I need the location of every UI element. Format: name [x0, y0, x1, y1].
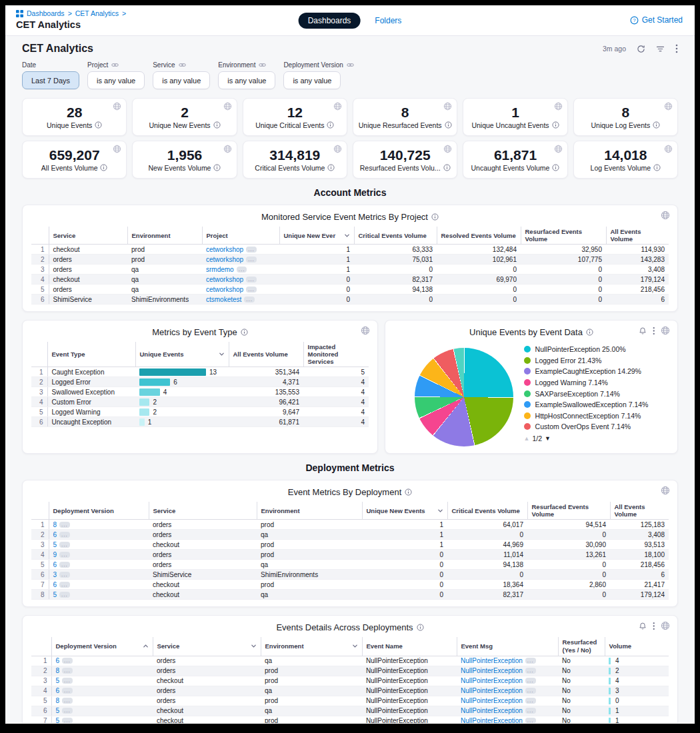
column-header-all-events-volume[interactable]: All Events Volume: [610, 502, 669, 520]
filter-value-chip[interactable]: Last 7 Days: [22, 71, 79, 89]
cell-link[interactable]: ctsmoketest: [206, 296, 241, 303]
column-header-critical-events-volume[interactable]: Critical Events Volume: [447, 502, 527, 520]
info-icon[interactable]: [327, 121, 334, 129]
cell-link[interactable]: 6: [56, 687, 60, 694]
info-icon[interactable]: [586, 329, 593, 336]
cell-link[interactable]: cetworkshop: [206, 276, 243, 283]
cell-link[interactable]: 6: [53, 581, 57, 588]
info-icon[interactable]: [552, 121, 559, 129]
bell-icon[interactable]: [639, 327, 647, 335]
cell-link[interactable]: cetworkshop: [206, 256, 243, 263]
column-header-all-events-volume[interactable]: All Events Volume: [606, 227, 669, 245]
sort-down-icon[interactable]: [437, 508, 443, 514]
info-icon[interactable]: [213, 121, 221, 129]
cell-link[interactable]: cetworkshop: [206, 246, 243, 253]
breadcrumb-dashboards[interactable]: Dashboards: [27, 9, 65, 17]
cell-link[interactable]: srmdemo: [206, 266, 234, 273]
expand-badge[interactable]: ...: [525, 708, 536, 714]
column-header-deployment-version[interactable]: Deployment Version: [49, 502, 149, 520]
column-header-all-events-volume[interactable]: All Events Volume: [229, 342, 303, 367]
column-header-resurfaced[interactable]: Resurfaced(Yes / No): [558, 637, 605, 656]
cell-link[interactable]: 6: [53, 561, 57, 568]
cell-link[interactable]: NullPointerException: [461, 707, 523, 714]
legend-item[interactable]: HttpHostConnectException 7.14%: [524, 412, 649, 421]
cell-link[interactable]: NullPointerException: [461, 717, 523, 723]
expand-badge[interactable]: ...: [59, 562, 70, 568]
more-menu-button[interactable]: [675, 44, 678, 53]
info-icon[interactable]: [431, 213, 439, 221]
more-menu-icon[interactable]: [653, 622, 655, 630]
legend-item[interactable]: Logged Warning 7.14%: [524, 378, 649, 388]
expand-badge[interactable]: ...: [59, 572, 70, 578]
expand-badge[interactable]: ...: [59, 582, 70, 588]
column-header-event-name[interactable]: Event Name: [362, 637, 457, 656]
column-header-resurfaced-events-volume[interactable]: Resurfaced Events Volume: [527, 502, 610, 520]
column-header-service[interactable]: Service: [153, 637, 261, 656]
expand-badge[interactable]: ...: [525, 658, 536, 664]
filter-value-chip[interactable]: is any value: [153, 71, 210, 89]
column-header-unique-new-ever[interactable]: Unique New Ever: [279, 227, 354, 245]
expand-badge[interactable]: ...: [62, 668, 73, 674]
column-header-environment[interactable]: Environment: [261, 637, 362, 656]
info-icon[interactable]: [653, 164, 661, 171]
legend-item[interactable]: Custom OverOps Event 7.14%: [524, 422, 649, 432]
expand-badge[interactable]: ...: [525, 668, 536, 674]
expand-badge[interactable]: ...: [246, 257, 257, 263]
legend-page-up-icon[interactable]: ▲: [524, 435, 530, 442]
expand-badge[interactable]: ...: [62, 678, 73, 684]
cell-link[interactable]: 3: [53, 571, 57, 578]
column-header-project[interactable]: Project: [202, 227, 279, 245]
cell-link[interactable]: NullPointerException: [461, 697, 523, 704]
expand-badge[interactable]: ...: [62, 698, 73, 704]
filter-value-chip[interactable]: is any value: [87, 71, 145, 89]
column-header-critical-events-volume[interactable]: Critical Events Volume: [354, 227, 437, 245]
tab-dashboards[interactable]: Dashboards: [299, 13, 361, 29]
cell-link[interactable]: 6: [53, 531, 57, 538]
more-menu-icon[interactable]: [653, 327, 655, 335]
column-header-resolved-events-volume[interactable]: Resolved Events Volume: [437, 227, 521, 245]
info-icon[interactable]: [327, 164, 335, 171]
info-icon[interactable]: [100, 164, 107, 171]
sort-up-icon[interactable]: [143, 643, 149, 649]
legend-item[interactable]: ExampleCaughtException 14.29%: [524, 367, 649, 376]
cell-link[interactable]: NullPointerException: [461, 667, 523, 674]
cell-link[interactable]: 9: [53, 551, 57, 558]
cell-link[interactable]: 6: [56, 657, 60, 664]
cell-link[interactable]: cetworkshop: [206, 286, 243, 293]
expand-badge[interactable]: ...: [59, 592, 70, 598]
column-header-unique-new-events[interactable]: Unique New Events: [362, 502, 447, 520]
column-header-resurfaced-events-volume[interactable]: Resurfaced Events Volume: [521, 227, 606, 245]
breadcrumb-cet-analytics[interactable]: CET Analytics: [75, 9, 119, 17]
expand-badge[interactable]: ...: [59, 522, 70, 528]
cell-link[interactable]: NullPointerException: [461, 677, 523, 684]
info-icon[interactable]: [552, 164, 559, 171]
column-header-volume[interactable]: Volume: [605, 637, 669, 656]
info-icon[interactable]: [417, 624, 424, 631]
filter-button[interactable]: [656, 45, 665, 53]
column-header-service[interactable]: Service: [49, 227, 127, 245]
column-header-impacted-monitored-services[interactable]: Impacted Monitored Services: [303, 342, 369, 367]
info-icon[interactable]: [241, 329, 248, 336]
column-header-event-msg[interactable]: Event Msg: [457, 637, 558, 656]
tab-folders[interactable]: Folders: [375, 13, 401, 29]
expand-badge[interactable]: ...: [525, 698, 536, 704]
info-icon[interactable]: [405, 488, 412, 496]
filter-value-chip[interactable]: is any value: [283, 71, 341, 89]
legend-item[interactable]: SAXParseException 7.14%: [524, 390, 649, 399]
cell-link[interactable]: 5: [53, 591, 57, 598]
bell-icon[interactable]: [639, 622, 647, 630]
expand-badge[interactable]: ...: [59, 552, 70, 558]
legend-page-down-icon[interactable]: ▼: [545, 435, 551, 442]
get-started-link[interactable]: Get Started: [642, 15, 683, 25]
sort-down-icon[interactable]: [251, 643, 257, 649]
expand-badge[interactable]: ...: [59, 532, 70, 538]
info-icon[interactable]: [443, 164, 451, 171]
legend-item[interactable]: NullPointerException 25.00%: [524, 345, 649, 355]
info-icon[interactable]: [213, 164, 221, 171]
column-header-event-type[interactable]: Event Type: [47, 342, 135, 367]
expand-badge[interactable]: ...: [525, 688, 536, 694]
expand-badge[interactable]: ...: [237, 267, 247, 273]
info-icon[interactable]: [95, 121, 102, 129]
expand-badge[interactable]: ...: [244, 297, 255, 303]
expand-badge[interactable]: ...: [62, 658, 73, 664]
